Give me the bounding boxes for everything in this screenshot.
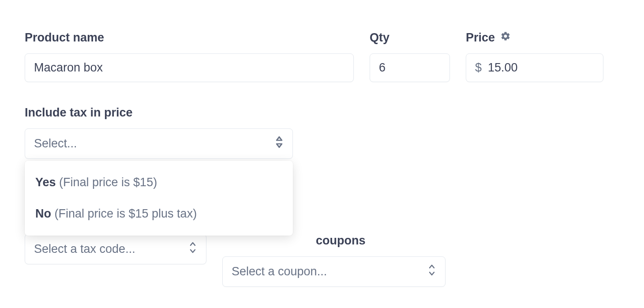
field-coupons: coupons Select a coupon... <box>222 234 446 287</box>
row-include-tax: Include tax in price Select... Yes (Fina… <box>25 106 619 159</box>
field-qty: Qty <box>370 31 450 82</box>
coupons-placeholder: Select a coupon... <box>232 265 327 278</box>
field-product-name: Product name <box>25 31 354 82</box>
row-product-qty-price: Product name Qty Price $ <box>25 31 619 82</box>
price-input-wrapper[interactable]: $ <box>466 53 603 82</box>
coupons-select[interactable]: Select a coupon... <box>222 256 446 287</box>
row-taxcode-coupons: Select a tax code... coupons Select a co… <box>25 234 619 287</box>
product-name-input[interactable] <box>25 53 354 82</box>
tax-code-placeholder: Select a tax code... <box>34 242 135 256</box>
include-tax-dropdown: Yes (Final price is $15) No (Final price… <box>25 161 293 236</box>
field-include-tax: Include tax in price Select... <box>25 106 293 159</box>
field-tax-code: Select a tax code... <box>25 234 206 287</box>
price-label: Price <box>466 31 603 45</box>
option-yes-bold: Yes <box>35 176 56 189</box>
gear-icon[interactable] <box>500 31 511 45</box>
option-no-bold: No <box>35 207 51 220</box>
qty-input[interactable] <box>370 53 450 82</box>
product-form: Product name Qty Price $ <box>25 31 619 287</box>
include-tax-option-yes[interactable]: Yes (Final price is $15) <box>25 167 293 198</box>
include-tax-placeholder: Select... <box>34 137 77 150</box>
chevron-updown-icon <box>427 264 436 279</box>
qty-label: Qty <box>370 31 450 45</box>
include-tax-select[interactable]: Select... <box>25 128 293 159</box>
price-label-text: Price <box>466 31 495 45</box>
currency-symbol: $ <box>475 61 482 75</box>
include-tax-label: Include tax in price <box>25 106 293 120</box>
price-input[interactable] <box>488 61 594 75</box>
field-price: Price $ <box>466 31 603 82</box>
chevron-updown-icon <box>275 136 284 151</box>
option-no-rest: (Final price is $15 plus tax) <box>51 207 197 220</box>
tax-code-select[interactable]: Select a tax code... <box>25 234 206 264</box>
include-tax-option-no[interactable]: No (Final price is $15 plus tax) <box>25 198 293 229</box>
option-yes-rest: (Final price is $15) <box>56 176 157 189</box>
chevron-updown-icon <box>188 241 197 257</box>
coupons-label-visible: coupons <box>222 234 446 248</box>
product-name-label: Product name <box>25 31 354 45</box>
